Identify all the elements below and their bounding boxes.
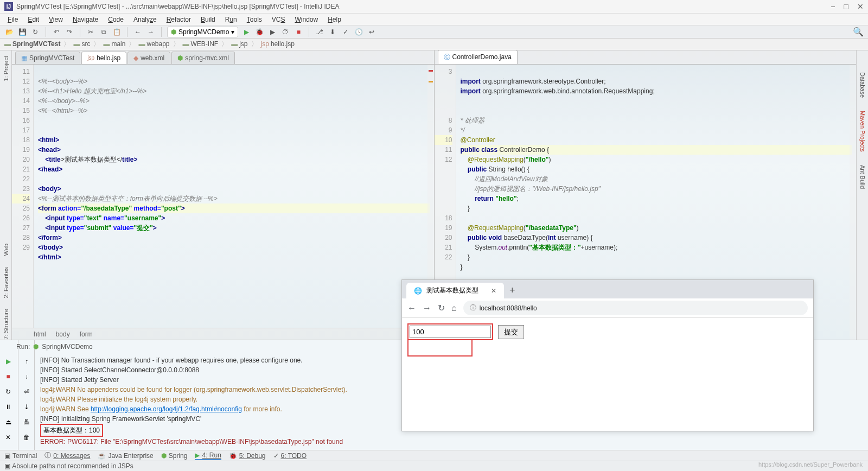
browser-tab[interactable]: 🌐 测试基本数据类型 ✕	[406, 283, 504, 298]
btab-debug[interactable]: 🐞5: Debug	[229, 452, 266, 460]
menu-analyze[interactable]: Analyze	[129, 15, 161, 24]
save-icon[interactable]: 💾	[17, 27, 27, 37]
breadcrumb-item[interactable]: ▬WEB-INF	[183, 40, 219, 48]
open-icon[interactable]: 📂	[4, 27, 14, 37]
rail-structure[interactable]: 7: Structure	[3, 309, 9, 340]
menu-refactor[interactable]: Refactor	[162, 15, 195, 24]
undo-icon[interactable]: ↶	[52, 27, 61, 37]
search-icon[interactable]: 🔍	[853, 27, 864, 37]
back-icon[interactable]: ←	[133, 27, 143, 37]
gutter-left: 111213 141516 171819 202122 232425 26272…	[12, 65, 34, 328]
run-config-selector[interactable]: ⬢ SpringMVCDemo ▾	[167, 27, 238, 37]
crumb-body[interactable]: body	[56, 330, 70, 338]
close-tab-icon[interactable]: ✕	[491, 287, 496, 295]
tab-spring-mvc-xml[interactable]: ⬢spring-mvc.xml	[171, 52, 235, 64]
rerun-icon[interactable]: ▶	[2, 355, 14, 367]
folder-icon: ▬	[231, 40, 238, 48]
forward-icon[interactable]: →	[146, 27, 156, 37]
minimize-icon[interactable]: −	[831, 2, 835, 11]
stop-icon[interactable]: ■	[2, 371, 14, 383]
menu-file[interactable]: File	[3, 15, 22, 24]
cut-icon[interactable]: ✂	[86, 27, 95, 37]
breadcrumb-item[interactable]: ▬jsp	[231, 40, 247, 48]
submit-button[interactable]	[498, 325, 524, 339]
crumb-html[interactable]: html	[34, 330, 46, 338]
clear-icon[interactable]: 🗑	[21, 431, 33, 443]
btab-terminal[interactable]: ▣Terminal	[4, 452, 37, 460]
username-field[interactable]	[410, 326, 491, 338]
profile-icon[interactable]: ⏱	[280, 27, 290, 37]
btab-todo[interactable]: ✓6: TODO	[273, 452, 307, 460]
site-info-icon[interactable]: ⓘ	[470, 303, 476, 313]
tab-hello-jsp[interactable]: jsphello.jsp	[81, 52, 126, 64]
tab-springmvctest[interactable]: ▦SpringMVCTest	[15, 52, 80, 64]
rail-maven[interactable]: Maven Projects	[859, 111, 866, 152]
folder-icon: ▬	[138, 40, 145, 48]
log4j-link[interactable]: http://logging.apache.org/log4j/1.2/faq.…	[91, 405, 242, 413]
menu-navigate[interactable]: Navigate	[68, 15, 103, 24]
breadcrumb-item[interactable]: jsp hello.jsp	[261, 40, 295, 48]
wrap-icon[interactable]: ⏎	[21, 386, 33, 398]
spring-icon: ⬢	[161, 452, 167, 460]
maximize-icon[interactable]: □	[844, 2, 848, 11]
home-icon[interactable]: ⌂	[451, 303, 457, 313]
breadcrumb-item[interactable]: ▬src	[73, 40, 90, 48]
close-icon[interactable]: ✕	[2, 431, 14, 443]
breadcrumb-item[interactable]: ▬webapp	[138, 40, 169, 48]
menu-code[interactable]: Code	[104, 15, 128, 24]
run-icon[interactable]: ▶	[241, 27, 251, 37]
btab-messages[interactable]: ⓘ0: Messages	[44, 451, 90, 460]
menu-help[interactable]: Help	[323, 15, 346, 24]
down-icon[interactable]: ↓	[21, 371, 33, 383]
back-icon[interactable]: ←	[407, 303, 416, 313]
menu-build[interactable]: Build	[196, 15, 220, 24]
menu-vcs[interactable]: VCS	[267, 15, 290, 24]
chevron-down-icon: ▾	[231, 28, 234, 36]
sync-icon[interactable]: ↻	[30, 27, 40, 37]
coverage-icon[interactable]: ▶	[267, 27, 277, 37]
menu-edit[interactable]: Edit	[23, 15, 43, 24]
rail-database[interactable]: Database	[859, 72, 866, 98]
revert-icon[interactable]: ↩	[367, 27, 376, 37]
forward-icon[interactable]: →	[423, 303, 431, 313]
breadcrumb-item[interactable]: ▬SpringMVCTest	[4, 40, 60, 48]
pause-icon[interactable]: ⏸	[2, 401, 14, 413]
up-icon[interactable]: ↑	[21, 355, 33, 367]
debug-icon[interactable]: 🐞	[254, 27, 264, 37]
paste-icon[interactable]: 📋	[112, 27, 122, 37]
menu-tools[interactable]: Tools	[242, 15, 266, 24]
tab-controller-demo[interactable]: ⒸControllerDemo.java	[438, 50, 518, 64]
error-stripe[interactable]	[850, 65, 856, 340]
breadcrumbs-bottom: html body form	[12, 328, 434, 340]
commit-icon[interactable]: ✓	[341, 27, 350, 37]
rail-ant[interactable]: Ant Build	[859, 165, 866, 189]
scroll-icon[interactable]: ⤓	[21, 401, 33, 413]
close-icon[interactable]: ✕	[857, 2, 864, 11]
java-class-icon: Ⓒ	[444, 53, 450, 62]
breadcrumb-item[interactable]: ▬main	[103, 40, 125, 48]
btab-java-ee[interactable]: ☕Java Enterprise	[98, 452, 153, 460]
history-icon[interactable]: 🕓	[354, 27, 363, 37]
vcs-icon[interactable]: ⎇	[315, 27, 324, 37]
new-tab-icon[interactable]: +	[504, 283, 521, 298]
btab-spring[interactable]: ⬢Spring	[161, 452, 188, 460]
rail-favorites[interactable]: 2: Favorites	[3, 267, 9, 298]
tab-web-xml[interactable]: ◆web.xml	[127, 52, 170, 64]
btab-run[interactable]: ▶4: Run	[195, 451, 221, 460]
restart-icon[interactable]: ↻	[2, 386, 14, 398]
copy-icon[interactable]: ⧉	[99, 27, 108, 37]
print-icon[interactable]: 🖶	[21, 416, 33, 428]
menu-run[interactable]: Run	[221, 15, 241, 24]
stop-icon[interactable]: ■	[293, 27, 303, 37]
update-icon[interactable]: ⬇	[328, 27, 337, 37]
reload-icon[interactable]: ↻	[438, 303, 445, 313]
code-left[interactable]: <%--<body>--%> <%--<h1>Hello 超大充电宝</h1>-…	[34, 65, 434, 328]
rail-project[interactable]: 1: Project	[3, 56, 9, 81]
redo-icon[interactable]: ↷	[65, 27, 74, 37]
exit-icon[interactable]: ⏏	[2, 416, 14, 428]
rail-web[interactable]: Web	[3, 244, 9, 256]
url-bar[interactable]: ⓘ localhost:8088/hello	[463, 301, 808, 315]
menu-window[interactable]: Window	[290, 15, 322, 24]
menu-view[interactable]: View	[44, 15, 67, 24]
crumb-form[interactable]: form	[80, 330, 93, 338]
